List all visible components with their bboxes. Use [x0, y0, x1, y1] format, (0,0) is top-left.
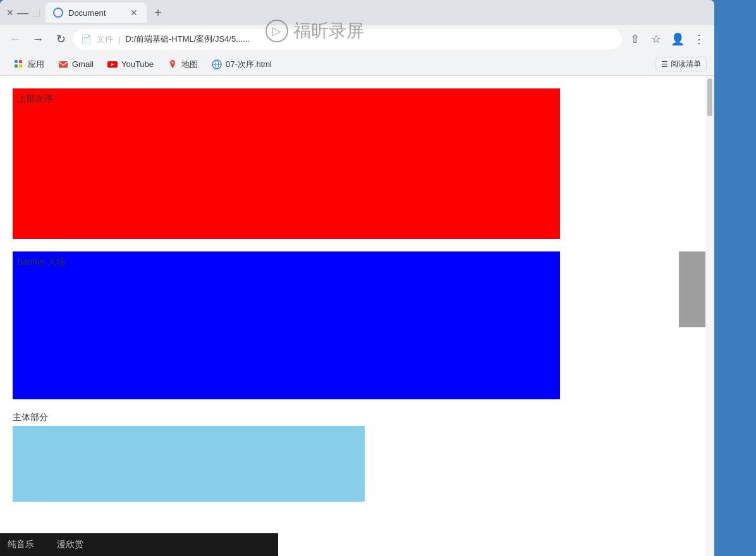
address-url: D:/前端基础-HTML/案例/JS4/5......: [125, 33, 614, 45]
bookmark-maps[interactable]: 地图: [161, 56, 204, 73]
bookmark-button[interactable]: ☆: [646, 29, 666, 49]
header-section: 上部次序: [13, 88, 560, 239]
minimize-button[interactable]: —: [18, 8, 28, 18]
light-blue-box: [13, 426, 365, 502]
tab-close-button[interactable]: ✕: [129, 8, 139, 18]
maximize-button[interactable]: ⬜: [30, 8, 40, 18]
svg-point-7: [172, 61, 174, 63]
main-label: 主体部分: [13, 412, 365, 423]
main-section-content: 主体部分: [13, 412, 560, 502]
page-label: 07-次序.html: [226, 59, 272, 70]
svg-rect-2: [15, 64, 18, 68]
close-button[interactable]: ✕: [5, 8, 15, 18]
back-button[interactable]: ←: [5, 29, 25, 49]
new-tab-button[interactable]: +: [149, 4, 167, 21]
tab-bar: Document ✕ +: [46, 3, 709, 23]
menu-button[interactable]: ⋮: [689, 29, 709, 49]
svg-rect-4: [59, 61, 68, 68]
svg-rect-0: [15, 60, 18, 63]
nav-right-icons: ⇧ ☆ 👤 ⋮: [625, 29, 709, 49]
share-button[interactable]: ⇧: [625, 29, 645, 49]
taskbar-item-1: 纯音乐: [8, 539, 34, 550]
content-area[interactable]: 上部次序 banner 入场 主体部分: [0, 76, 714, 556]
red-box: 上部次序: [13, 88, 560, 239]
gmail-label: Gmail: [72, 59, 94, 69]
scrolled-content-overlay: [679, 251, 705, 327]
active-tab[interactable]: Document ✕: [46, 3, 147, 23]
taskbar-separator: [44, 540, 47, 550]
gmail-icon: [58, 59, 68, 70]
globe-icon: [212, 59, 222, 70]
main-box-wrapper: 主体部分: [13, 412, 365, 502]
tab-favicon: [53, 8, 63, 18]
desktop-right: [714, 0, 756, 556]
bookmarks-bar: 应用 Gmail YouTube 地图: [0, 53, 714, 76]
bookmark-youtube[interactable]: YouTube: [101, 57, 160, 72]
reading-mode-label: 阅读清单: [671, 59, 701, 70]
bookmark-page[interactable]: 07-次序.html: [205, 56, 278, 73]
window-controls: ✕ — ⬜: [5, 8, 40, 18]
scrollbar-thumb[interactable]: [707, 78, 712, 116]
main-section: 主体部分: [13, 412, 560, 502]
browser-window: ✕ — ⬜ Document ✕ + ← → ↻ 📄 文件 | D:/前端基础-…: [0, 0, 714, 556]
scrollbar-track[interactable]: [705, 76, 714, 556]
bookmark-apps[interactable]: 应用: [8, 56, 51, 73]
address-separator: |: [118, 35, 120, 44]
reading-mode-button[interactable]: ☰ 阅读清单: [655, 57, 707, 71]
svg-rect-1: [19, 60, 22, 63]
blue-box: banner 入场: [13, 251, 560, 399]
address-bar[interactable]: 📄 文件 | D:/前端基础-HTML/案例/JS4/5......: [73, 29, 622, 49]
profile-button[interactable]: 👤: [668, 29, 688, 49]
apps-label: 应用: [28, 59, 44, 70]
forward-button[interactable]: →: [28, 29, 48, 49]
tab-title: Document: [68, 8, 124, 18]
apps-icon: [14, 59, 24, 70]
title-bar: ✕ — ⬜ Document ✕ +: [0, 0, 714, 25]
bookmark-gmail[interactable]: Gmail: [52, 57, 100, 72]
youtube-icon: [107, 59, 118, 70]
banner-section: banner 入场: [13, 251, 560, 399]
banner-label: banner 入场: [18, 257, 65, 268]
youtube-label: YouTube: [121, 59, 154, 69]
lock-icon: 📄: [81, 34, 92, 44]
taskbar-item-2: 漫欣赏: [57, 539, 83, 550]
reading-mode-icon: ☰: [661, 60, 668, 69]
svg-rect-3: [19, 64, 22, 68]
protocol-label: 文件: [97, 33, 113, 45]
page-content: 上部次序 banner 入场 主体部分: [0, 76, 714, 514]
maps-label: 地图: [181, 59, 198, 70]
header-label: 上部次序: [18, 94, 53, 105]
taskbar: 纯音乐 漫欣赏: [0, 533, 278, 556]
nav-bar: ← → ↻ 📄 文件 | D:/前端基础-HTML/案例/JS4/5......…: [0, 25, 714, 53]
maps-icon: [168, 59, 178, 70]
reload-button[interactable]: ↻: [51, 29, 71, 49]
